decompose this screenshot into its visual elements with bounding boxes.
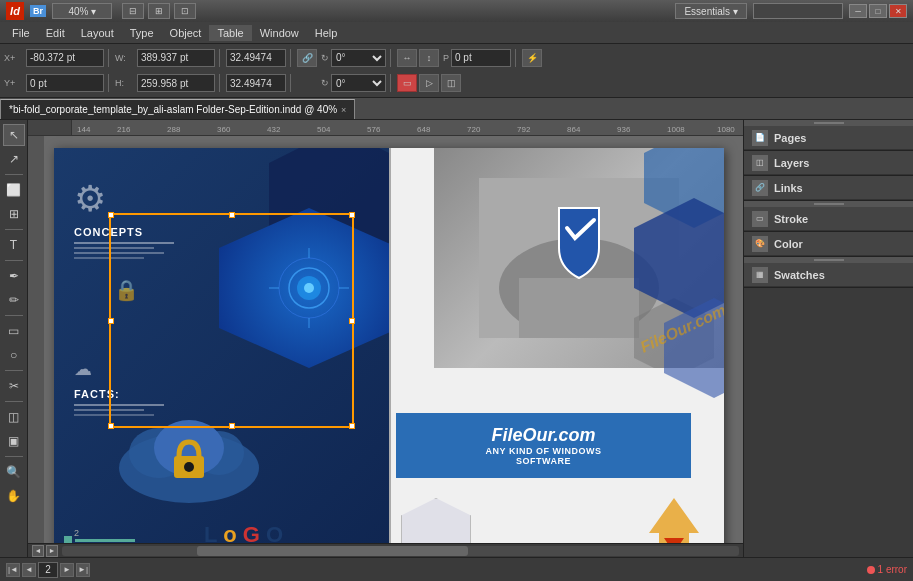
w-input[interactable] (137, 49, 215, 67)
menu-help[interactable]: Help (307, 25, 346, 41)
x-input[interactable] (26, 49, 104, 67)
svg-point-24 (304, 283, 314, 293)
tool-separator-6 (5, 401, 23, 402)
cloud-lock-svg (104, 398, 274, 518)
menu-object[interactable]: Object (162, 25, 210, 41)
scroll-left-btn[interactable]: ◄ (32, 545, 44, 557)
fileour-title: FileOur.com (491, 425, 595, 446)
menu-edit[interactable]: Edit (38, 25, 73, 41)
fill-color-icon[interactable]: ▭ (397, 74, 417, 92)
view-icon-1[interactable]: ⊟ (122, 3, 144, 19)
pct2-input[interactable] (226, 74, 286, 92)
canvas-area[interactable]: ⚙ CONCEPTS (44, 136, 743, 543)
fileour-sub2: SOFTWARE (516, 456, 571, 466)
y-input[interactable] (26, 74, 104, 92)
first-page-btn[interactable]: |◄ (6, 563, 20, 577)
error-badge[interactable]: 1 error (867, 564, 907, 575)
cloud-icon: ☁ (74, 358, 92, 380)
page-number-input[interactable] (38, 562, 58, 578)
tab-filename: *bi-fold_corporate_template_by_ali-aslam… (9, 104, 337, 115)
links-panel-header[interactable]: 🔗 Links (744, 176, 913, 200)
svg-text:864: 864 (567, 125, 581, 134)
menu-window[interactable]: Window (252, 25, 307, 41)
scroll-right-btn[interactable]: ► (46, 545, 58, 557)
stroke-panel-header[interactable]: ▭ Stroke (744, 207, 913, 231)
close-button[interactable]: ✕ (889, 4, 907, 18)
canvas-body: ⚙ CONCEPTS (28, 136, 743, 543)
tool-page[interactable]: ⬜ (3, 179, 25, 201)
next-page-btn[interactable]: ► (60, 563, 74, 577)
tool-color[interactable]: ▣ (3, 430, 25, 452)
swatches-panel-header[interactable]: ▦ Swatches (744, 263, 913, 287)
angle1-select[interactable]: 0° (331, 49, 386, 67)
search-input[interactable] (753, 3, 843, 19)
tool-select[interactable]: ↖ (3, 124, 25, 146)
lock-proportions-icon[interactable]: 🔗 (297, 49, 317, 67)
scrollbar-nav-left: ◄ ► (32, 545, 58, 557)
angle2-group: ↻ 0° (321, 74, 391, 92)
tool-text[interactable]: T (3, 234, 25, 256)
tool-gradient[interactable]: ◫ (3, 406, 25, 428)
last-page-btn[interactable]: ►| (76, 563, 90, 577)
view-mode-icons: ⊟ ⊞ ⊡ (122, 3, 196, 19)
tool-gap[interactable]: ⊞ (3, 203, 25, 225)
pages-panel-header[interactable]: 📄 Pages (744, 126, 913, 150)
w-dimension-group: W: (115, 49, 220, 67)
tool-direct-select[interactable]: ↗ (3, 148, 25, 170)
ruler-area: 144 216 288 360 432 504 576 648 720 792 … (28, 120, 743, 136)
bridge-button[interactable]: Br (30, 5, 46, 17)
color-panel-header[interactable]: 🎨 Color (744, 232, 913, 256)
panel-group-links: 🔗 Links (744, 176, 913, 201)
pct1-input[interactable] (226, 49, 286, 67)
svg-rect-33 (519, 278, 639, 338)
document-tab[interactable]: *bi-fold_corporate_template_by_ali-aslam… (0, 99, 355, 119)
scrollbar-track[interactable] (62, 546, 739, 556)
view-icon-3[interactable]: ⊡ (174, 3, 196, 19)
panel-group-1: 📄 Pages (744, 126, 913, 151)
essentials-button[interactable]: Essentials ▾ (675, 3, 747, 19)
zoom-control[interactable]: 40% ▾ (52, 3, 112, 19)
scrollbar-thumb[interactable] (197, 546, 468, 556)
line-3 (74, 252, 164, 254)
tool-pen[interactable]: ✒ (3, 265, 25, 287)
gear-area: ⚙ (74, 178, 106, 220)
svg-text:1080: 1080 (717, 125, 735, 134)
menu-table[interactable]: Table (209, 25, 251, 41)
angle1-group: ↻ 0° (321, 49, 391, 67)
svg-text:792: 792 (517, 125, 531, 134)
tool-pencil[interactable]: ✏ (3, 289, 25, 311)
tool-separator-4 (5, 315, 23, 316)
page-navigation: |◄ ◄ ► ►| (6, 562, 90, 578)
maximize-button[interactable]: □ (869, 4, 887, 18)
line-1 (74, 242, 174, 244)
tab-close-button[interactable]: × (341, 105, 346, 115)
menu-type[interactable]: Type (122, 25, 162, 41)
scrollbar-horizontal[interactable]: ◄ ► (28, 543, 743, 557)
flip-v-icon[interactable]: ↕ (419, 49, 439, 67)
h-input[interactable] (137, 74, 215, 92)
flip-h-icon[interactable]: ↔ (397, 49, 417, 67)
logo-o1: o (223, 522, 236, 543)
ruler-corner (28, 120, 72, 136)
stroke-color-icon[interactable]: ▷ (419, 74, 439, 92)
minimize-button[interactable]: ─ (849, 4, 867, 18)
tool-zoom[interactable]: 🔍 (3, 461, 25, 483)
tool-hand[interactable]: ✋ (3, 485, 25, 507)
tool-rect[interactable]: ▭ (3, 320, 25, 342)
tool-scissors[interactable]: ✂ (3, 375, 25, 397)
left-page: ⚙ CONCEPTS (54, 148, 389, 543)
x-label: X+ (4, 53, 24, 63)
tool-ellipse[interactable]: ○ (3, 344, 25, 366)
angle2-select[interactable]: 0° (331, 74, 386, 92)
prev-page-btn[interactable]: ◄ (22, 563, 36, 577)
fileour-sub1: ANY KIND OF WINDOWS (486, 446, 602, 456)
gradient-icon[interactable]: ◫ (441, 74, 461, 92)
view-icon-2[interactable]: ⊞ (148, 3, 170, 19)
stroke-input[interactable] (451, 49, 511, 67)
menu-file[interactable]: File (4, 25, 38, 41)
stroke-label: P (443, 53, 449, 63)
menu-layout[interactable]: Layout (73, 25, 122, 41)
svg-text:360: 360 (217, 125, 231, 134)
layers-panel-header[interactable]: ◫ Layers (744, 151, 913, 175)
stroke-options-icon[interactable]: ⚡ (522, 49, 542, 67)
